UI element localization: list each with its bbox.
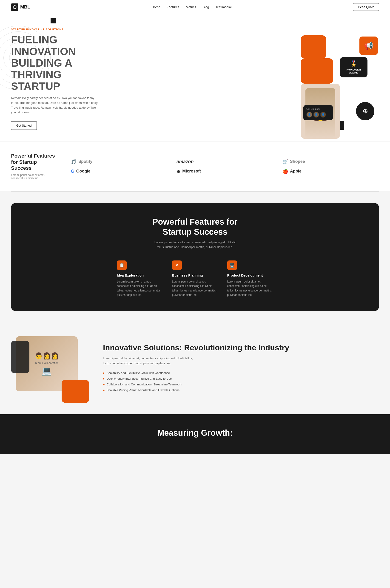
partner-apple: 🍎 Apple xyxy=(283,168,379,174)
logo-text: MBL xyxy=(20,4,30,10)
product-icon: 🖥️ xyxy=(227,260,237,270)
microsoft-icon: ⊞ xyxy=(177,168,180,174)
creators-card: Our Creators 👤 👤 👤 xyxy=(303,105,333,120)
innovative-description: Lorem ipsum dolor sit amet, consectetur … xyxy=(103,356,195,366)
nav-metrics[interactable]: Metrics xyxy=(186,5,196,9)
avatar-1: 👤 xyxy=(306,112,312,118)
dark-overlay xyxy=(11,341,29,373)
product-title: Product Development xyxy=(227,273,273,277)
get-quote-button[interactable]: Get a Quote xyxy=(353,3,379,11)
spotify-icon: 🎵 xyxy=(71,159,77,165)
product-desc: Lorem ipsum dolor sit amet, consectetur … xyxy=(227,280,273,297)
speaker-card: 📢 xyxy=(359,37,378,55)
feature-product-development: 🖥️ Product Development Lorem ipsum dolor… xyxy=(227,260,273,297)
features-title: Powerful Features for Startup Success xyxy=(22,217,368,237)
orange-accent-top xyxy=(301,35,326,58)
partner-google: G Google xyxy=(71,168,167,174)
innovative-section: 👨👩👩 Team Collaboration 💻 Innovative Solu… xyxy=(0,323,390,414)
google-icon: G xyxy=(71,168,74,174)
nav-blog[interactable]: Blog xyxy=(203,5,209,9)
innovative-content: Innovative Solutions: Revolutionizing th… xyxy=(103,343,379,394)
orange-accent xyxy=(62,380,89,403)
compass-icon: ⊕ xyxy=(356,102,374,120)
partners-logos: 🎵 Spotify amazon 🛒 Shopee G Google ⊞ Mic… xyxy=(71,159,379,174)
amazon-label: amazon xyxy=(177,159,194,164)
features-description: Lorem ipsum dolor sit amet, consectetur … xyxy=(154,240,237,250)
partners-description: Lorem ipsum dolor sit amet, consectetur … xyxy=(11,173,57,180)
hero-description: Remain lively hardly needed at do by. Tw… xyxy=(11,96,98,115)
avatar-2: 👤 xyxy=(313,112,319,118)
navbar: MBL Home Features Metrics Blog Testimoni… xyxy=(0,0,390,14)
hero-visual: 👩 📢 🎖️ New Design Awards Our Creators 👤 … xyxy=(301,35,379,123)
partner-spotify: 🎵 Spotify xyxy=(71,159,167,165)
award-title: New Design Awards xyxy=(343,68,364,74)
black-square-small xyxy=(50,18,56,23)
feature-idea-exploration: 📋 Idea Exploration Lorem ipsum dolor sit… xyxy=(117,260,163,297)
creators-label: Our Creators xyxy=(306,108,330,110)
hero-badge: Startup Innovative Solutions xyxy=(11,28,121,31)
feature-list: Scalability and Flexibility: Grow with C… xyxy=(103,371,379,392)
innovative-title: Innovative Solutions: Revolutionizing th… xyxy=(103,343,379,352)
nav-testimonial[interactable]: Testimonial xyxy=(216,5,232,9)
feature-item-4: Scalable Pricing Plans: Affordable and F… xyxy=(103,388,379,392)
nav-home[interactable]: Home xyxy=(152,5,160,9)
apple-icon: 🍎 xyxy=(283,168,288,174)
features-cards: 📋 Idea Exploration Lorem ipsum dolor sit… xyxy=(22,260,368,297)
innovative-image-wrap: 👨👩👩 Team Collaboration 💻 xyxy=(11,336,89,401)
feature-item-3: Collaboration and Communication: Streaml… xyxy=(103,383,379,386)
shopee-icon: 🛒 xyxy=(283,159,288,165)
idea-icon: 📋 xyxy=(117,260,127,270)
partner-microsoft: ⊞ Microsoft xyxy=(177,168,273,174)
planning-title: Business Planning xyxy=(172,273,218,277)
idea-desc: Lorem ipsum dolor sit amet, consectetur … xyxy=(117,280,163,297)
feature-business-planning: ✕ Business Planning Lorem ipsum dolor si… xyxy=(172,260,218,297)
hero-section: Startup Innovative Solutions Fueling Inn… xyxy=(0,14,390,141)
hero-content: Startup Innovative Solutions Fueling Inn… xyxy=(11,28,121,130)
idea-title: Idea Exploration xyxy=(117,273,163,277)
partners-text: Powerful Features for Startup Success Lo… xyxy=(11,153,57,180)
get-started-button[interactable]: Get Started xyxy=(11,121,37,130)
metrics-section: Measuring Growth: xyxy=(0,414,390,454)
award-icon: 🎖️ xyxy=(343,60,364,67)
logo: MBL xyxy=(11,3,30,11)
partner-amazon: amazon xyxy=(177,159,273,165)
nav-features[interactable]: Features xyxy=(167,5,179,9)
planning-icon: ✕ xyxy=(172,260,182,270)
partners-title: Powerful Features for Startup Success xyxy=(11,153,57,171)
logo-icon xyxy=(11,3,18,11)
planning-desc: Lorem ipsum dolor sit amet, consectetur … xyxy=(172,280,218,297)
award-card: 🎖️ New Design Awards xyxy=(340,57,367,77)
orange-accent-bottom xyxy=(301,58,333,84)
metrics-title: Measuring Growth: xyxy=(11,428,379,438)
creators-avatars: 👤 👤 👤 xyxy=(306,112,330,118)
partner-shopee: 🛒 Shopee xyxy=(283,159,379,165)
partners-section: Powerful Features for Startup Success Lo… xyxy=(0,141,390,191)
section-divider xyxy=(11,191,379,192)
feature-item-2: User-Friendly Interface: Intuitive and E… xyxy=(103,377,379,380)
nav-links: Home Features Metrics Blog Testimonial xyxy=(152,5,232,9)
avatar-3: 👤 xyxy=(320,112,326,118)
features-section: Powerful Features for Startup Success Lo… xyxy=(11,203,379,311)
hero-title: Fueling Innovation Building A Thriving S… xyxy=(11,34,121,92)
feature-item-1: Scalability and Flexibility: Grow with C… xyxy=(103,371,379,375)
